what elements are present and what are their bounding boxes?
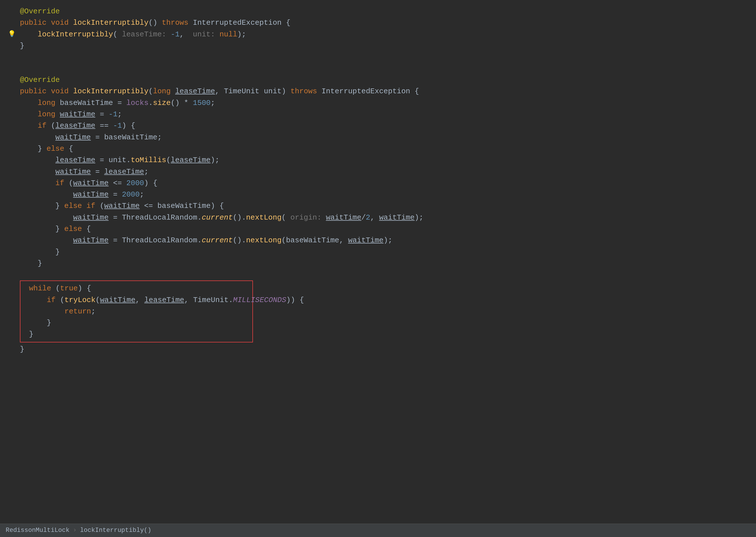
var-waitTime-3: waitTime <box>73 179 109 187</box>
line-waitTime-random-2: waitTime = ThreadLocalRandom.current().n… <box>17 235 756 246</box>
line-brace-inner: } <box>17 246 756 258</box>
var-waitTime-10: waitTime <box>348 236 384 245</box>
param-label-leaseTime: leaseTime: <box>122 30 166 39</box>
breadcrumb-class: RedissonMultiLock <box>6 526 69 535</box>
exception-1: InterruptedException <box>193 19 282 27</box>
line-method-sig-1: public void lockInterruptibly() throws I… <box>17 17 756 28</box>
number-neg1-2: -1 <box>109 110 117 119</box>
method-call-lockInterruptibly: lockInterruptibly <box>38 30 113 39</box>
var-baseWaitTime: baseWaitTime <box>60 99 113 107</box>
type-timeunit: TimeUnit <box>224 87 259 96</box>
breadcrumb-method: lockInterruptibly() <box>80 526 151 535</box>
method-tryLock: tryLock <box>64 296 95 304</box>
line-waitTime-2000: waitTime = 2000; <box>17 189 756 200</box>
number-2000-2: 2000 <box>122 190 139 199</box>
var-unit: unit <box>109 156 126 164</box>
var-waitTime-6: waitTime <box>73 213 109 222</box>
method-toMillis: toMillis <box>131 156 166 164</box>
var-waitTime-tl: waitTime <box>100 296 135 304</box>
line-method-sig-2: public void lockInterruptibly(long lease… <box>17 86 756 97</box>
empty-line-2 <box>17 63 756 74</box>
var-leaseTime-4: leaseTime <box>104 168 144 176</box>
line-method-close: } <box>17 344 756 355</box>
var-leaseTime-1: leaseTime <box>56 121 95 130</box>
line-brace-while-close: } <box>26 328 247 340</box>
line-else-1: } else { <box>17 143 756 154</box>
number-2: 2 <box>366 213 370 222</box>
var-waitTime-9: waitTime <box>73 236 109 245</box>
method-current-1: current <box>202 213 233 222</box>
while-block-container: while (true) { if (tryLock(waitTime, lea… <box>17 280 756 342</box>
line-baseWaitTime: long baseWaitTime = locks.size() * 1500; <box>17 97 756 109</box>
var-waitTime-4: waitTime <box>73 190 109 199</box>
var-waitTime-7: waitTime <box>326 213 361 222</box>
kw-while: while <box>29 284 51 293</box>
class-ThreadLocalRandom: ThreadLocalRandom <box>122 213 197 222</box>
kw-public-2: public <box>20 87 47 96</box>
var-leaseTime-3: leaseTime <box>171 156 210 164</box>
line-return: return; <box>26 306 247 317</box>
line-if-tryLock: if (tryLock(waitTime, leaseTime, TimeUni… <box>26 294 247 306</box>
kw-throws-2: throws <box>290 87 317 96</box>
var-leaseTime-2: leaseTime <box>56 156 95 164</box>
while-highlight-box: while (true) { if (tryLock(waitTime, lea… <box>20 280 253 342</box>
var-baseWaitTime-3: baseWaitTime <box>286 236 339 245</box>
empty-line-3 <box>17 269 756 280</box>
kw-long-1: long <box>38 99 55 107</box>
var-waitTime-1: waitTime <box>56 133 91 142</box>
line-waitTime: long waitTime = -1; <box>17 109 756 120</box>
var-waitTime-5: waitTime <box>104 202 140 210</box>
method-nextLong-2: nextLong <box>246 236 282 245</box>
method-lockInterruptibly-1: lockInterruptibly <box>73 19 148 27</box>
method-lockInterruptibly-2: lockInterruptibly <box>73 87 148 96</box>
line-waitTime-random-1: waitTime = ThreadLocalRandom.current().n… <box>17 212 756 223</box>
field-locks: locks <box>127 99 149 107</box>
line-brace-else: } <box>17 258 756 269</box>
kw-else-3: else <box>64 225 82 233</box>
method-nextLong-1: nextLong <box>246 213 282 222</box>
kw-true: true <box>60 284 78 293</box>
exception-2: InterruptedException <box>321 87 410 96</box>
var-baseWaitTime-1: baseWaitTime <box>104 133 157 142</box>
kw-public-1: public <box>20 19 47 27</box>
const-MILLISECONDS: MILLISECONDS <box>233 296 286 304</box>
line-else-if: } else if (waitTime <= baseWaitTime) { <box>17 200 756 212</box>
var-waitTime-8: waitTime <box>379 213 415 222</box>
kw-if-while: if <box>47 296 56 304</box>
var-waitTime-2: waitTime <box>56 168 91 176</box>
number-neg1-1: -1 <box>171 30 180 39</box>
var-leaseTime-tl: leaseTime <box>144 296 184 304</box>
line-override-1: @Override <box>17 6 756 17</box>
kw-if-2: if <box>56 179 64 187</box>
var-baseWaitTime-2: baseWaitTime <box>158 202 210 210</box>
param-unit: unit <box>264 87 282 96</box>
kw-long-2: long <box>38 110 55 119</box>
line-brace-close-1: } <box>17 40 756 52</box>
line-leaseTime-toMillis: leaseTime = unit.toMillis(leaseTime); <box>17 154 756 166</box>
annotation-override: @Override <box>20 7 60 16</box>
kw-else-2: else <box>64 202 82 210</box>
annotation-override-2: @Override <box>20 76 60 84</box>
number-1500: 1500 <box>193 99 210 107</box>
code-editor: @Override public void lockInterruptibly(… <box>0 0 756 524</box>
line-brace-trylock-close: } <box>26 317 247 328</box>
class-TimeUnit: TimeUnit <box>193 296 229 304</box>
kw-void-1: void <box>51 19 68 27</box>
line-waitTime-assign-2: waitTime = leaseTime; <box>17 166 756 178</box>
line-call-1: 💡 lockInterruptibly( leaseTime: -1, unit… <box>17 29 756 40</box>
empty-line-1 <box>17 52 756 63</box>
kw-void-2: void <box>51 87 68 96</box>
param-leaseTime: leaseTime <box>175 87 215 96</box>
number-2000-1: 2000 <box>127 179 144 187</box>
kw-throws-1: throws <box>162 19 188 27</box>
kw-long-param: long <box>153 87 170 96</box>
kw-null-1: null <box>219 30 237 39</box>
line-override-2: @Override <box>17 74 756 86</box>
param-label-origin: origin: <box>290 213 321 222</box>
method-current-2: current <box>202 236 233 245</box>
bulb-icon[interactable]: 💡 <box>8 29 16 39</box>
kw-else-1: else <box>47 145 64 153</box>
var-waitTime: waitTime <box>60 110 95 119</box>
class-ThreadLocalRandom-2: ThreadLocalRandom <box>122 236 197 245</box>
kw-if-1: if <box>38 121 46 130</box>
